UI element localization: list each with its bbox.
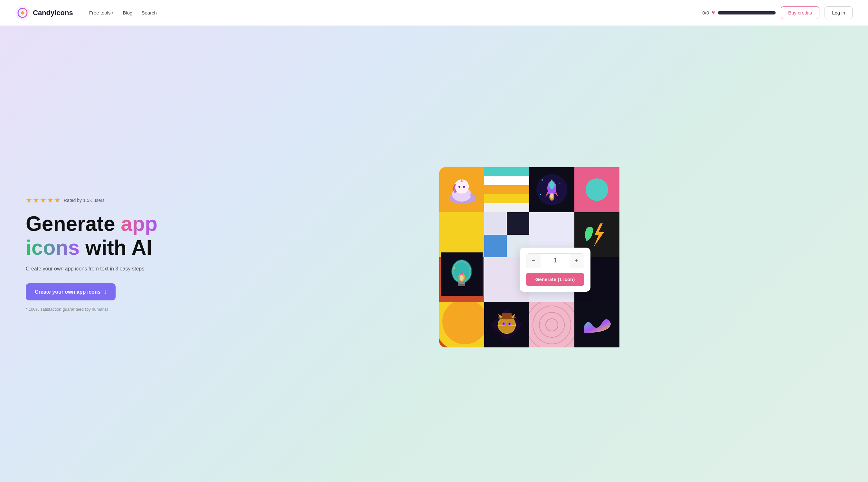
logo-icon	[16, 6, 30, 20]
svg-point-7	[459, 186, 460, 188]
svg-point-46	[468, 265, 470, 267]
hero-subtitle: Create your own app icons from text in 3…	[26, 266, 199, 272]
heart-icon: ♥	[712, 9, 715, 16]
cell-bulb-overlay	[441, 252, 483, 296]
counter-value: 1	[540, 257, 569, 264]
cell-cat	[484, 302, 529, 348]
svg-point-10	[541, 179, 543, 181]
wave-icon	[579, 307, 615, 342]
cell-arc	[439, 302, 484, 348]
counter-plus-button[interactable]: +	[569, 254, 584, 268]
create-icons-label: Create your own app icons	[35, 289, 100, 295]
hero-left: ★★★★★ Rated by 1.5K users Generate app i…	[26, 196, 199, 312]
rocket-icon	[536, 174, 568, 206]
bulb-icon	[444, 255, 479, 293]
free-tools-link[interactable]: Free tools ▾	[86, 8, 117, 18]
svg-point-43	[460, 275, 464, 281]
counter-widget: − 1 + Generate (1 icon)	[520, 248, 590, 292]
svg-point-30	[503, 323, 504, 325]
counter-row: − 1 +	[526, 253, 584, 268]
nav-links: Free tools ▾ Blog Search	[86, 8, 703, 18]
rating-text: Rated by 1.5K users	[64, 198, 105, 203]
hero-section: ★★★★★ Rated by 1.5K users Generate app i…	[0, 26, 868, 482]
cell-wave	[575, 302, 619, 348]
hero-title: Generate app icons with AI	[26, 212, 199, 260]
counter-minus-button[interactable]: −	[526, 254, 540, 268]
icon-mosaic: − 1 + Generate (1 icon)	[433, 161, 632, 348]
search-link[interactable]: Search	[138, 8, 160, 18]
lightning-leaf-icon	[581, 219, 613, 251]
hero-right: − 1 + Generate (1 icon)	[213, 161, 852, 348]
svg-point-19	[550, 185, 554, 189]
stars-row: ★★★★★ Rated by 1.5K users	[26, 196, 199, 205]
cell-stripes-h	[484, 167, 529, 212]
buy-credits-button[interactable]: Buy credits	[781, 6, 819, 19]
guarantee-text: * 100% satisfaction guaranteed (by human…	[26, 307, 199, 312]
title-with-ai: with AI	[80, 236, 152, 259]
nav-right: 0/0 ♥ Buy credits Log in	[702, 6, 852, 19]
chevron-down-icon: ▾	[112, 11, 114, 15]
svg-rect-27	[502, 313, 512, 318]
svg-point-31	[509, 323, 510, 325]
cell-unicorn	[439, 167, 484, 212]
svg-rect-41	[458, 284, 465, 286]
svg-point-8	[463, 186, 465, 188]
blog-link[interactable]: Blog	[119, 8, 135, 18]
create-icons-button[interactable]: Create your own app icons ↓	[26, 283, 116, 300]
arrow-down-icon: ↓	[104, 289, 106, 295]
svg-point-18	[550, 193, 553, 199]
credits-count: 0/0	[702, 10, 709, 16]
login-button[interactable]: Log in	[825, 6, 852, 19]
title-generate: Generate	[26, 212, 121, 235]
unicorn-icon	[444, 172, 479, 207]
svg-point-12	[540, 194, 541, 195]
navbar: CandyIcons Free tools ▾ Blog Search 0/0 …	[0, 0, 868, 26]
svg-point-1	[21, 11, 24, 14]
svg-point-45	[453, 267, 455, 269]
cell-pink-circle	[575, 167, 619, 212]
cell-rings	[529, 302, 575, 348]
credits-bar-bg	[718, 11, 776, 14]
svg-point-11	[560, 183, 561, 183]
cell-rocket	[529, 167, 575, 212]
credits-area: 0/0 ♥	[702, 9, 776, 16]
brand-name: CandyIcons	[33, 9, 73, 17]
star-rating: ★★★★★	[26, 196, 61, 205]
cat-icon	[489, 307, 524, 342]
title-icons: icons	[26, 236, 80, 259]
logo-area[interactable]: CandyIcons	[16, 6, 73, 20]
generate-button[interactable]: Generate (1 icon)	[526, 273, 584, 286]
title-app: app	[121, 212, 157, 235]
cell-yellow	[439, 212, 484, 257]
